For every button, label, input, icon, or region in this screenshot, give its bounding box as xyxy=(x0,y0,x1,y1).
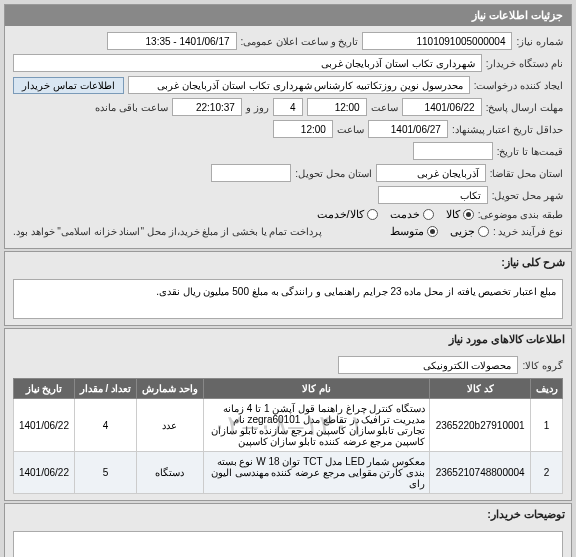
send-time-label: ساعت xyxy=(371,102,398,113)
col-date: تاریخ نیاز xyxy=(14,379,75,399)
process-medium-radio[interactable]: متوسط xyxy=(390,225,438,238)
send-time-value: 12:00 xyxy=(307,98,367,116)
radio-icon xyxy=(367,209,378,220)
valid-time-value: 12:00 xyxy=(273,120,333,138)
send-date-value: 1401/06/22 xyxy=(402,98,482,116)
req-province-value: آذربایجان غربی xyxy=(376,164,486,182)
remain-time-value: 22:10:37 xyxy=(172,98,242,116)
public-datetime-value: 1401/06/17 - 13:35 xyxy=(107,32,237,50)
price-date-value xyxy=(413,142,493,160)
cell-qty: 5 xyxy=(74,452,136,494)
category-radio-group: کالا خدمت کالا/خدمت xyxy=(317,208,474,221)
category-goods-radio[interactable]: کالا xyxy=(446,208,474,221)
col-unit: واحد شمارش xyxy=(136,379,203,399)
items-table: ردیف کد کالا نام کالا واحد شمارش تعداد /… xyxy=(13,378,563,494)
cell-name: دستگاه کنترل چراغ راهنما قول آپشن 1 تا 4… xyxy=(203,399,430,452)
days-value: 4 xyxy=(273,98,303,116)
valid-date-value: 1401/06/27 xyxy=(368,120,448,138)
req-province-label: استان محل تقاضا: xyxy=(490,168,563,179)
cell-date: 1401/06/22 xyxy=(14,452,75,494)
requester-value: محدرسول نوین روزتکاتبیه کارشناس شهرداری … xyxy=(128,76,470,94)
public-datetime-label: تاریخ و ساعت اعلان عمومی: xyxy=(241,36,359,47)
buyer-label: نام دستگاه خریدار: xyxy=(486,58,563,69)
cell-code: 2365220b27910001 xyxy=(430,399,531,452)
table-row: 22365210748800004معکوس شمار LED مدل TCT … xyxy=(14,452,563,494)
category-label: طبقه بندی موضوعی: xyxy=(478,209,563,220)
process-radio-group: جزیی متوسط xyxy=(390,225,489,238)
category-service-radio[interactable]: خدمت xyxy=(390,208,434,221)
radio-icon xyxy=(463,209,474,220)
cell-idx: 2 xyxy=(531,452,563,494)
col-qty: تعداد / مقدار xyxy=(74,379,136,399)
col-code: کد کالا xyxy=(430,379,531,399)
cell-unit: دستگاه xyxy=(136,452,203,494)
col-name: نام کالا xyxy=(203,379,430,399)
category-goods-service-radio[interactable]: کالا/خدمت xyxy=(317,208,378,221)
requester-label: ایجاد کننده درخواست: xyxy=(474,80,563,91)
main-header: جزئیات اطلاعات نیاز xyxy=(5,5,571,26)
cell-qty: 4 xyxy=(74,399,136,452)
process-type-label: نوع فرآیند خرید : xyxy=(493,226,563,237)
contact-buyer-button[interactable]: اطلاعات تماس خریدار xyxy=(13,77,124,94)
remain-label: ساعت باقی مانده xyxy=(95,102,168,113)
radio-icon xyxy=(427,226,438,237)
valid-deadline-label: حداقل تاریخ اعتبار پیشنهاد: xyxy=(452,124,563,135)
cell-unit: عدد xyxy=(136,399,203,452)
cell-name: معکوس شمار LED مدل TCT توان W 18 نوع بست… xyxy=(203,452,430,494)
cell-date: 1401/06/22 xyxy=(14,399,75,452)
price-date-label: قیمت‌ها تا تاریخ: xyxy=(497,146,563,157)
deliver-province-value xyxy=(211,164,291,182)
send-deadline-label: مهلت ارسال پاسخ: xyxy=(486,102,563,113)
radio-icon xyxy=(478,226,489,237)
radio-icon xyxy=(423,209,434,220)
buyer-value: شهرداری تکاب استان آذربایجان غربی xyxy=(13,54,482,72)
group-value: محصولات الکترونیکی xyxy=(338,356,518,374)
deliver-province-label: استان محل تحویل: xyxy=(295,168,371,179)
need-no-value: 1101091005000004 xyxy=(362,32,512,50)
col-row: ردیف xyxy=(531,379,563,399)
items-header: اطلاعات کالاهای مورد نیاز xyxy=(5,329,571,350)
group-label: گروه کالا: xyxy=(522,360,563,371)
cell-code: 2365210748800004 xyxy=(430,452,531,494)
table-row: 12365220b27910001دستگاه کنترل چراغ راهنم… xyxy=(14,399,563,452)
desc-header: شرح کلی نیاز: xyxy=(5,252,571,273)
buyer-notes-box xyxy=(13,531,563,557)
payment-note: پرداخت تمام یا بخشی از مبلغ خرید،از محل … xyxy=(13,226,322,237)
desc-text: مبلع اعتبار تخصیص یافته از محل ماده 23 ج… xyxy=(13,279,563,319)
days-label: روز و xyxy=(246,102,269,113)
deliver-city-label: شهر محل تحویل: xyxy=(492,190,563,201)
deliver-city-value: تکاب xyxy=(378,186,488,204)
cell-idx: 1 xyxy=(531,399,563,452)
buyer-notes-header: توضیحات خریدار: xyxy=(5,504,571,525)
need-no-label: شماره نیاز: xyxy=(516,36,563,47)
process-small-radio[interactable]: جزیی xyxy=(450,225,489,238)
valid-time-label: ساعت xyxy=(337,124,364,135)
